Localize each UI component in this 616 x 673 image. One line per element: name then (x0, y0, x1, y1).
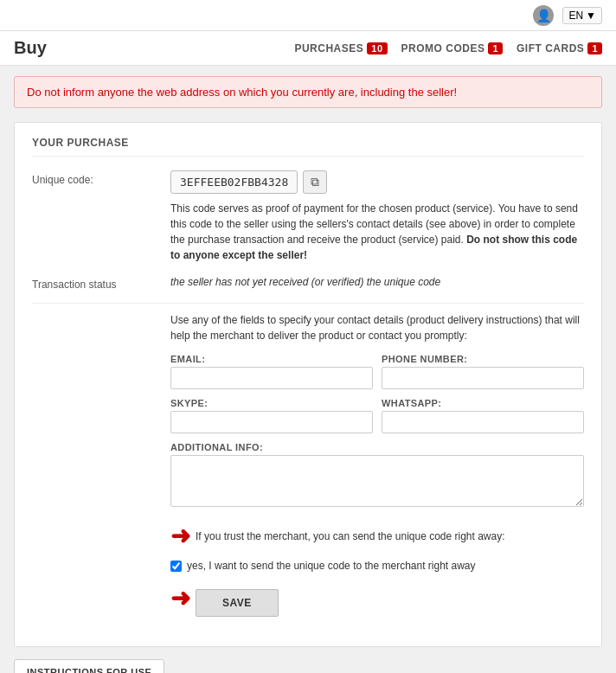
nav-links: PURCHASES 10 PROMO CODES 1 GIFT CARDS 1 (294, 42, 602, 54)
email-phone-row: EMAIL: PHONE NUMBER: (170, 354, 584, 389)
copy-icon: ⧉ (311, 175, 319, 189)
contact-description: Use any of the fields to specify your co… (170, 312, 584, 343)
language-selector[interactable]: EN ▼ (562, 7, 602, 24)
whatsapp-field-group: WHATSAPP: (382, 398, 584, 433)
unique-code-control: 3EFFEEB02FBB4328 ⧉ This code serves as p… (170, 170, 584, 263)
promo-codes-link[interactable]: PROMO CODES 1 (401, 42, 503, 54)
phone-input[interactable] (382, 367, 584, 389)
section-title: YOUR PURCHASE (32, 137, 584, 157)
save-arrow-row: ➜ SAVE (170, 580, 584, 617)
skype-label: SKYPE: (170, 398, 373, 408)
skype-input[interactable] (170, 411, 373, 433)
transaction-status-label: Transaction status (32, 275, 170, 291)
send-code-checkbox[interactable] (170, 561, 182, 572)
promo-badge: 1 (488, 42, 503, 54)
additional-info-group: ADDITIONAL INFO: (170, 442, 584, 510)
trust-section: ➜ If you trust the merchant, you can sen… (170, 518, 584, 617)
unique-code-value: 3EFFEEB02FBB4328 (170, 170, 298, 194)
page-title: Buy (14, 38, 47, 58)
phone-label: PHONE NUMBER: (382, 354, 584, 364)
top-bar: 👤 EN ▼ (0, 0, 616, 31)
main-content: Do not inform anyone the web address on … (0, 66, 616, 673)
whatsapp-label: WHATSAPP: (382, 398, 584, 408)
purchase-card: YOUR PURCHASE Unique code: 3EFFEEB02FBB4… (14, 122, 602, 647)
checkbox-row: yes, I want to send the unique code to t… (170, 558, 584, 574)
contact-fields: Use any of the fields to specify your co… (170, 312, 584, 620)
instructions-button[interactable]: INSTRUCTIONS FOR USE (14, 659, 164, 673)
additional-info-input[interactable] (170, 455, 584, 507)
copy-code-button[interactable]: ⧉ (303, 170, 327, 194)
purchases-badge: 10 (367, 42, 387, 54)
transaction-status-row: Transaction status the seller has not ye… (32, 275, 584, 291)
trust-arrow-row: ➜ If you trust the merchant, you can sen… (170, 518, 584, 554)
code-display: 3EFFEEB02FBB4328 ⧉ (170, 170, 584, 194)
transaction-status-value: the seller has not yet received (or veri… (170, 275, 584, 291)
additional-label: ADDITIONAL INFO: (170, 442, 584, 452)
lang-arrow-icon: ▼ (586, 10, 596, 22)
giftcards-badge: 1 (587, 42, 602, 54)
page-header: Buy PURCHASES 10 PROMO CODES 1 GIFT CARD… (0, 31, 616, 66)
code-description: This code serves as proof of payment for… (170, 201, 584, 263)
skype-field-group: SKYPE: (170, 398, 373, 433)
phone-field-group: PHONE NUMBER: (382, 354, 584, 389)
skype-whatsapp-row: SKYPE: WHATSAPP: (170, 398, 584, 433)
user-avatar[interactable]: 👤 (533, 5, 554, 26)
unique-code-label: Unique code: (32, 170, 170, 263)
gift-cards-link[interactable]: GIFT CARDS 1 (517, 42, 602, 54)
email-field-group: EMAIL: (170, 354, 373, 389)
purchases-link[interactable]: PURCHASES 10 (294, 42, 387, 54)
whatsapp-input[interactable] (382, 411, 584, 433)
save-arrow-icon: ➜ (170, 580, 190, 617)
lang-label: EN (568, 10, 583, 22)
email-label: EMAIL: (170, 354, 373, 364)
alert-banner: Do not inform anyone the web address on … (14, 76, 602, 108)
unique-code-row: Unique code: 3EFFEEB02FBB4328 ⧉ This cod… (32, 170, 584, 263)
email-input[interactable] (170, 367, 373, 389)
alert-message: Do not inform anyone the web address on … (27, 86, 457, 99)
trust-text: If you trust the merchant, you can send … (196, 529, 505, 544)
checkbox-label: yes, I want to send the unique code to t… (187, 558, 476, 574)
save-button[interactable]: SAVE (196, 589, 279, 617)
contact-fields-row: Use any of the fields to specify your co… (32, 312, 584, 620)
arrow-icon: ➜ (170, 518, 190, 554)
